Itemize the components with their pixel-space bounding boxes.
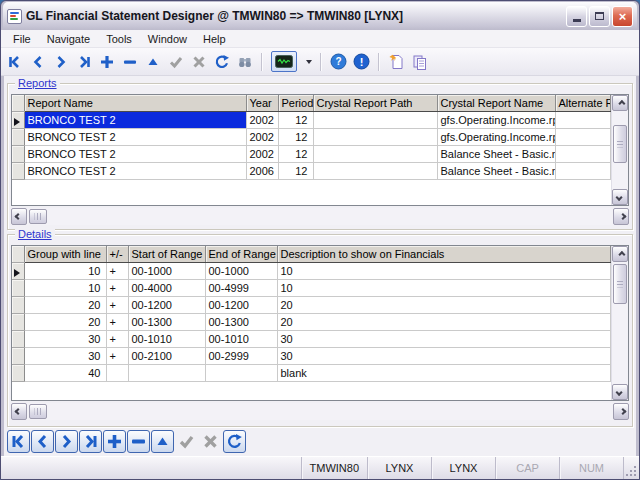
first-record-icon[interactable] — [6, 53, 23, 70]
row-selector[interactable] — [12, 347, 24, 364]
next-record-button[interactable] — [55, 430, 78, 453]
end-range-cell[interactable]: 00-1010 — [205, 330, 277, 347]
reports-vertical-scrollbar[interactable] — [611, 95, 628, 205]
report-name-cell[interactable]: BRONCO TEST 2 — [24, 128, 246, 145]
details-vertical-scrollbar[interactable] — [611, 246, 628, 400]
start-range-cell[interactable]: 00-2100 — [128, 347, 205, 364]
sign-cell[interactable]: + — [106, 296, 128, 313]
crystal-name-cell[interactable]: Balance Sheet - Basic.rpt — [437, 162, 555, 179]
description-cell[interactable]: 20 — [277, 313, 611, 330]
year-cell[interactable]: 2006 — [246, 162, 278, 179]
last-record-icon[interactable] — [75, 53, 92, 70]
group-cell[interactable]: 20 — [24, 296, 106, 313]
sign-cell[interactable]: + — [106, 262, 128, 279]
year-cell[interactable]: 2002 — [246, 128, 278, 145]
row-selector[interactable] — [12, 313, 24, 330]
prior-record-button[interactable] — [31, 430, 54, 453]
row-selector[interactable] — [12, 330, 24, 347]
scroll-up-button[interactable] — [612, 95, 628, 111]
scroll-right-button[interactable] — [613, 403, 629, 420]
scroll-up-button[interactable] — [612, 246, 628, 262]
year-cell[interactable]: 2002 — [246, 145, 278, 162]
menu-navigate[interactable]: Navigate — [39, 31, 98, 47]
about-icon[interactable]: ! — [353, 53, 370, 70]
cancel-edit-button[interactable] — [199, 430, 222, 453]
alternate-cell[interactable] — [555, 145, 611, 162]
current-row-indicator[interactable] — [12, 262, 24, 279]
new-report-icon[interactable] — [388, 53, 405, 70]
row-selector[interactable] — [12, 145, 24, 162]
description-cell[interactable]: 10 — [277, 279, 611, 296]
period-cell[interactable]: 12 — [278, 162, 313, 179]
prior-record-icon[interactable] — [29, 53, 46, 70]
report-name-cell[interactable]: BRONCO TEST 2 — [24, 162, 246, 179]
row-selector[interactable] — [12, 296, 24, 313]
end-range-cell[interactable]: 00-1000 — [205, 262, 277, 279]
current-row-indicator[interactable] — [12, 111, 24, 128]
crystal-path-cell[interactable] — [313, 162, 437, 179]
delete-record-button[interactable] — [127, 430, 150, 453]
insert-record-button[interactable] — [103, 430, 126, 453]
details-col-start[interactable]: Start of Range — [128, 246, 205, 262]
report-name-cell[interactable]: BRONCO TEST 2 — [24, 111, 246, 128]
details-col-description[interactable]: Description to show on Financials — [277, 246, 611, 262]
crystal-path-cell[interactable] — [313, 145, 437, 162]
menu-tools[interactable]: Tools — [98, 31, 140, 47]
details-col-group[interactable]: Group with line — [24, 246, 106, 262]
period-cell[interactable]: 12 — [278, 111, 313, 128]
group-cell[interactable]: 10 — [24, 262, 106, 279]
sign-cell[interactable] — [106, 364, 128, 381]
post-edit-button[interactable] — [175, 430, 198, 453]
group-cell[interactable]: 20 — [24, 313, 106, 330]
sign-cell[interactable]: + — [106, 279, 128, 296]
next-record-icon[interactable] — [52, 53, 69, 70]
details-horizontal-scrollbar[interactable] — [11, 403, 629, 420]
reports-col-crystal-name[interactable]: Crystal Report Name — [437, 95, 555, 111]
scrollbar-thumb[interactable] — [613, 264, 627, 304]
description-cell[interactable]: blank — [277, 364, 611, 381]
end-range-cell[interactable]: 00-1200 — [205, 296, 277, 313]
sign-cell[interactable]: + — [106, 347, 128, 364]
end-range-cell[interactable]: 00-1300 — [205, 313, 277, 330]
scroll-down-button[interactable] — [612, 384, 628, 400]
reports-col-alternate[interactable]: Alternate Rep — [555, 95, 611, 111]
alternate-cell[interactable] — [555, 128, 611, 145]
post-edit-icon[interactable] — [167, 53, 184, 70]
group-cell[interactable]: 30 — [24, 347, 106, 364]
description-cell[interactable]: 30 — [277, 330, 611, 347]
crystal-name-cell[interactable]: Balance Sheet - Basic.rpt — [437, 145, 555, 162]
details-col-end[interactable]: End of Range — [205, 246, 277, 262]
reports-col-report-name[interactable]: Report Name — [24, 95, 246, 111]
group-cell[interactable]: 40 — [24, 364, 106, 381]
crystal-name-cell[interactable]: gfs.Operating.Income.rp — [437, 111, 555, 128]
scrollbar-thumb[interactable] — [29, 209, 47, 224]
help-icon[interactable]: ? — [330, 53, 347, 70]
menu-help[interactable]: Help — [195, 31, 234, 47]
start-range-cell[interactable]: 00-1200 — [128, 296, 205, 313]
refresh-icon[interactable] — [213, 53, 230, 70]
copy-report-icon[interactable] — [411, 53, 428, 70]
end-range-cell[interactable] — [205, 364, 277, 381]
close-button[interactable]: × — [612, 6, 633, 27]
crystal-path-cell[interactable] — [313, 128, 437, 145]
details-grid[interactable]: Group with line +/- Start of Range End o… — [12, 246, 611, 400]
title-bar[interactable]: GL Financial Statement Designer @ TMWIN8… — [3, 2, 637, 30]
reports-grid[interactable]: Report Name Year Period Crystal Report P… — [12, 95, 611, 205]
scroll-down-button[interactable] — [612, 189, 628, 205]
edit-record-icon[interactable] — [144, 53, 161, 70]
scroll-left-button[interactable] — [11, 403, 27, 420]
resize-grip[interactable] — [623, 457, 639, 479]
edit-record-button[interactable] — [151, 430, 174, 453]
refresh-button[interactable] — [223, 430, 246, 453]
row-selector[interactable] — [12, 364, 24, 381]
period-cell[interactable]: 12 — [278, 145, 313, 162]
terminal-session-button[interactable] — [271, 51, 297, 72]
scrollbar-thumb[interactable] — [613, 125, 627, 163]
sign-cell[interactable]: + — [106, 330, 128, 347]
end-range-cell[interactable]: 00-4999 — [205, 279, 277, 296]
delete-record-icon[interactable] — [121, 53, 138, 70]
reports-col-crystal-path[interactable]: Crystal Report Path — [313, 95, 437, 111]
description-cell[interactable]: 10 — [277, 262, 611, 279]
find-icon[interactable] — [236, 53, 253, 70]
minimize-button[interactable] — [566, 6, 587, 27]
